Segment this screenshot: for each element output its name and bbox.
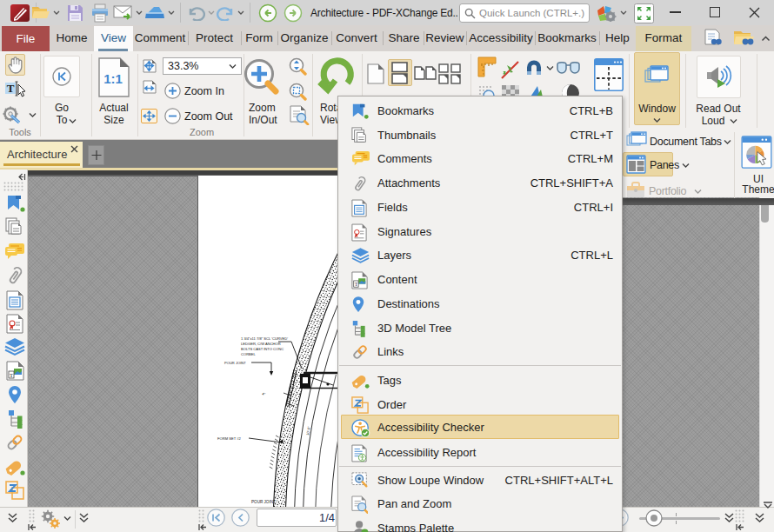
svg-text:POUR JOINT: POUR JOINT	[224, 361, 246, 365]
svg-text:T: T	[7, 82, 15, 95]
svg-text:1 3/4"x11 7/8" SCL 'CURVED': 1 3/4"x11 7/8" SCL 'CURVED'	[241, 336, 288, 341]
svg-text:T: T	[10, 372, 13, 378]
svg-text:BOLTS CAST INTO CONC: BOLTS CAST INTO CONC	[241, 347, 284, 351]
svg-text:4": 4"	[262, 391, 267, 396]
svg-text:LEDGER, C/W ANCHOR: LEDGER, C/W ANCHOR	[241, 342, 281, 346]
svg-text:T: T	[355, 282, 358, 287]
svg-text:POUR JOINT: POUR JOINT	[251, 500, 276, 504]
svg-text:1:1: 1:1	[103, 71, 123, 86]
svg-text:FORM SET #2: FORM SET #2	[217, 436, 241, 441]
svg-text:CORBEL: CORBEL	[241, 352, 257, 356]
